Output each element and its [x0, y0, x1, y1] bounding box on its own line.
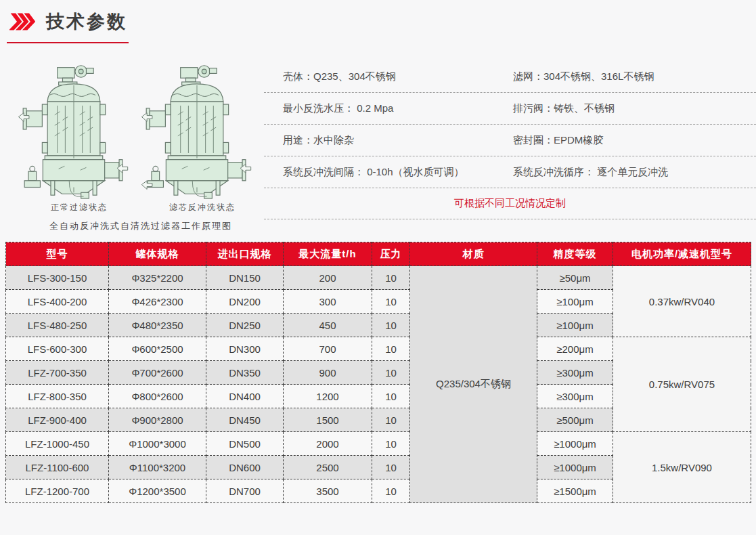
column-header: 精度等级: [537, 242, 613, 266]
cell-model: LFZ-800-350: [6, 385, 109, 408]
column-header: 型号: [6, 242, 109, 266]
spec-row: 壳体：Q235、304不锈钢滤网：304不锈钢、316L不锈钢: [264, 61, 756, 93]
cell-pressure: 10: [372, 361, 410, 385]
cell-model: LFZ-1100-600: [6, 456, 109, 479]
cell-precision: ≥300μm: [537, 361, 613, 385]
cell-max-flow: 450: [284, 314, 372, 337]
cell-port-spec: DN300: [206, 337, 284, 361]
cell-precision: ≥200μm: [537, 337, 613, 361]
cell-port-spec: DN400: [206, 385, 284, 408]
cell-precision: ≥1000μm: [537, 432, 613, 456]
cell-max-flow: 2000: [284, 432, 372, 456]
cell-pressure: 10: [372, 479, 410, 503]
title-underline: [7, 42, 129, 43]
cell-pressure: 10: [372, 408, 410, 432]
section-header: 技术参数: [0, 0, 756, 43]
cell-port-spec: DN350: [206, 361, 284, 385]
cell-motor-power: 0.75kw/RV075: [613, 337, 751, 432]
cell-model: LFS-300-150: [6, 266, 109, 290]
cell-tank-spec: Φ700*2600: [109, 361, 206, 385]
cell-pressure: 10: [372, 290, 410, 314]
parameters-table: 型号罐体规格进出口规格最大流量t/h压力材质精度等级电机功率/减速机型号 LFS…: [5, 242, 751, 503]
cell-max-flow: 1500: [284, 408, 372, 432]
table-row: LFZ-1000-450Φ1000*3000DN500200010≥1000μm…: [6, 432, 751, 456]
cell-material: Q235/304不锈钢: [410, 266, 537, 503]
column-header: 罐体规格: [109, 242, 206, 266]
spec-item: 排污阀：铸铁、不锈钢: [513, 102, 756, 115]
cell-tank-spec: Φ1000*3000: [109, 432, 206, 456]
cell-max-flow: 900: [284, 361, 372, 385]
cell-precision: ≥1500μm: [537, 479, 613, 503]
spec-row: 用途：水中除杂密封圈：EPDM橡胶: [264, 125, 756, 156]
table-body: LFS-300-150Φ325*2200DN15020010Q235/304不锈…: [6, 266, 751, 503]
cell-max-flow: 1200: [284, 385, 372, 408]
spec-list: 壳体：Q235、304不锈钢滤网：304不锈钢、316L不锈钢最小反洗水压： 0…: [264, 61, 756, 232]
cell-pressure: 10: [372, 266, 410, 290]
filter-diagram-normal-image: [18, 60, 130, 199]
cell-tank-spec: Φ1200*3500: [109, 479, 206, 503]
cell-pressure: 10: [372, 432, 410, 456]
cell-max-flow: 700: [284, 337, 372, 361]
cell-model: LFZ-1000-450: [6, 432, 109, 456]
diagram-state-labels: 正常过滤状态 滤芯反冲洗状态: [18, 202, 264, 213]
cell-max-flow: 200: [284, 266, 372, 290]
column-header: 进出口规格: [206, 242, 284, 266]
cell-model: LFS-600-300: [6, 337, 109, 361]
cell-pressure: 10: [372, 337, 410, 361]
spec-item: 用途：水中除杂: [283, 134, 513, 147]
column-header: 材质: [410, 242, 537, 266]
cell-tank-spec: Φ800*2600: [109, 385, 206, 408]
diagram-caption: 全自动反冲洗式自清洗过滤器工作原理图: [18, 220, 264, 232]
cell-motor-power: 0.37kw/RV040: [613, 266, 751, 337]
column-header: 最大流量t/h: [284, 242, 372, 266]
cell-precision: ≥500μm: [537, 408, 613, 432]
spec-item: 壳体：Q235、304不锈钢: [283, 70, 513, 83]
column-header: 压力: [372, 242, 410, 266]
spec-row: 最小反洗水压： 0.2 Mpa排污阀：铸铁、不锈钢: [264, 93, 756, 125]
cell-precision: ≥300μm: [537, 385, 613, 408]
cell-model: LFS-400-200: [6, 290, 109, 314]
diagram-label-normal: 正常过滤状态: [18, 202, 141, 213]
cell-tank-spec: Φ426*2300: [109, 290, 206, 314]
cell-port-spec: DN450: [206, 408, 284, 432]
content-row: 正常过滤状态 滤芯反冲洗状态 全自动反冲洗式自清洗过滤器工作原理图 壳体：Q23…: [0, 60, 756, 232]
diagram-panel: 正常过滤状态 滤芯反冲洗状态 全自动反冲洗式自清洗过滤器工作原理图: [0, 60, 264, 232]
table-header-row: 型号罐体规格进出口规格最大流量t/h压力材质精度等级电机功率/减速机型号: [6, 242, 751, 266]
cell-tank-spec: Φ900*2800: [109, 408, 206, 432]
cell-precision: ≥100μm: [537, 314, 613, 337]
cell-precision: ≥1000μm: [537, 456, 613, 479]
custom-note: 可根据不同工况情况定制: [264, 188, 756, 219]
spec-item: 系统反冲洗循序： 逐个单元反冲洗: [513, 166, 756, 179]
spec-item: 滤网：304不锈钢、316L不锈钢: [513, 70, 756, 83]
cell-port-spec: DN200: [206, 290, 284, 314]
cell-model: LFS-480-250: [6, 314, 109, 337]
cell-precision: ≥100μm: [537, 290, 613, 314]
triple-chevron-right-icon: [9, 12, 35, 31]
cell-tank-spec: Φ600*2500: [109, 337, 206, 361]
cell-model: LFZ-700-350: [6, 361, 109, 385]
table-row: LFS-600-300Φ600*2500DN30070010≥200μm0.75…: [6, 337, 751, 361]
cell-max-flow: 2500: [284, 456, 372, 479]
column-header: 电机功率/减速机型号: [613, 242, 751, 266]
filter-diagram-backwash-image: [141, 60, 253, 199]
cell-motor-power: 1.5kw/RV090: [613, 432, 751, 503]
cell-pressure: 10: [372, 314, 410, 337]
technical-parameters-page: 技术参数: [0, 0, 756, 535]
spec-item: 系统反冲洗间隔： 0-10h（视水质可调）: [283, 166, 513, 179]
page-title: 技术参数: [46, 9, 127, 34]
cell-precision: ≥50μm: [537, 266, 613, 290]
cell-max-flow: 3500: [284, 479, 372, 503]
cell-pressure: 10: [372, 456, 410, 479]
cell-port-spec: DN250: [206, 314, 284, 337]
spec-item: 密封圈：EPDM橡胶: [513, 134, 756, 147]
table-row: LFS-300-150Φ325*2200DN15020010Q235/304不锈…: [6, 266, 751, 290]
cell-tank-spec: Φ480*2350: [109, 314, 206, 337]
cell-pressure: 10: [372, 385, 410, 408]
cell-tank-spec: Φ325*2200: [109, 266, 206, 290]
cell-port-spec: DN500: [206, 432, 284, 456]
cell-tank-spec: Φ1100*3200: [109, 456, 206, 479]
cell-max-flow: 300: [284, 290, 372, 314]
spec-item: 最小反洗水压： 0.2 Mpa: [283, 102, 513, 115]
spec-row: 系统反冲洗间隔： 0-10h（视水质可调）系统反冲洗循序： 逐个单元反冲洗: [264, 156, 756, 188]
cell-port-spec: DN700: [206, 479, 284, 503]
